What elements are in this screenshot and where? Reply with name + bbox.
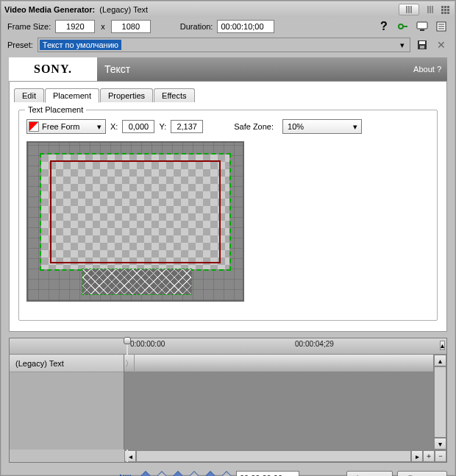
placement-mode-value: Free Form (42, 122, 79, 131)
ruler-time-1: 00:00:04;29 (295, 340, 334, 348)
ruler-time-0: 0:00:00:00 (130, 340, 165, 348)
fade-handle-icon[interactable]: 〉 (124, 355, 135, 372)
playhead[interactable] (124, 338, 130, 355)
y-label: Y: (159, 122, 166, 131)
placement-preview[interactable] (26, 141, 244, 302)
window-title: Video Media Generator: (4, 5, 95, 14)
x-input[interactable] (122, 120, 154, 133)
svg-point-0 (399, 24, 403, 29)
lanes-button[interactable]: Lanes (346, 471, 392, 476)
frame-row: Frame Size: x Duration: ? (1, 18, 455, 35)
kf-add-icon[interactable] (154, 471, 169, 476)
fx-toggle-icon[interactable] (399, 4, 419, 15)
plugin-title: Текст (104, 63, 130, 75)
curves-button[interactable]: Curves (397, 471, 447, 476)
preset-label: Preset: (7, 40, 33, 49)
tab-body: Text Placement Free Form ▾ X: Y: Safe Zo… (9, 102, 447, 332)
help-icon[interactable]: ? (377, 20, 391, 33)
tab-properties[interactable]: Properties (100, 88, 153, 102)
horizontal-scrollbar[interactable] (136, 450, 411, 462)
frame-width-input[interactable] (55, 20, 95, 33)
kf-prev-icon[interactable] (138, 471, 153, 476)
timeline-ruler[interactable]: 0:00:00:00 00:00:04;29 ▴ (10, 338, 446, 355)
text-bbox[interactable] (82, 269, 191, 294)
track-label[interactable]: (Legacy) Text (10, 355, 124, 372)
tab-placement[interactable]: Placement (45, 88, 99, 103)
safezone-dropdown[interactable]: 10% ▾ (282, 119, 362, 134)
scroll-right-icon[interactable]: ▸ (411, 450, 423, 462)
timeline-collapse-icon[interactable]: ▴ (440, 341, 445, 350)
zoom-out-icon[interactable]: ＋ (423, 450, 435, 462)
track-header-column: (Legacy) Text (10, 355, 124, 450)
window-subtitle: (Legacy) Text (99, 5, 148, 14)
preset-value: Текст по умолчанию (40, 40, 121, 50)
preset-row: Preset: Текст по умолчанию ▾ ✕ (1, 35, 455, 54)
delete-preset-icon[interactable]: ✕ (434, 38, 449, 51)
save-preset-icon[interactable] (415, 38, 430, 51)
scroll-up-icon[interactable]: ▴ (434, 355, 446, 366)
x-label: X: (110, 122, 118, 131)
chevron-down-icon: ▾ (351, 122, 360, 132)
timecode-input[interactable]: 00:00:00;00 (236, 471, 299, 476)
about-link[interactable]: About ? (413, 65, 441, 74)
tab-edit[interactable]: Edit (14, 88, 44, 102)
plugin-icon[interactable] (396, 20, 410, 33)
svg-rect-6 (420, 46, 424, 49)
frame-x: x (101, 22, 105, 31)
scroll-down-icon[interactable]: ▾ (434, 438, 446, 450)
fieldset-legend: Text Placement (25, 105, 86, 114)
zoom-in-icon[interactable]: － (435, 450, 446, 462)
svg-rect-1 (417, 22, 427, 29)
vertical-scrollbar[interactable] (434, 366, 446, 438)
sony-logo: SONY. (9, 57, 97, 81)
chevron-down-icon: ▾ (396, 40, 408, 50)
kf-delete-icon[interactable] (219, 471, 234, 476)
safezone-label: Safe Zone: (234, 122, 274, 131)
chevron-down-icon: ▾ (95, 122, 104, 132)
view-list-icon[interactable] (424, 4, 437, 15)
safezone-value: 10% (285, 122, 304, 131)
properties-icon[interactable] (434, 20, 449, 33)
frame-height-input[interactable] (111, 20, 151, 33)
monitor-icon[interactable] (415, 20, 430, 33)
view-grid-icon[interactable] (438, 4, 452, 15)
kf-last-icon[interactable] (203, 471, 218, 476)
titlebar: Video Media Generator: (Legacy) Text (1, 1, 455, 18)
kf-next-icon[interactable] (171, 471, 185, 476)
frame-size-label: Frame Size: (7, 22, 51, 31)
clip[interactable]: 〉 (124, 355, 433, 372)
keyframe-toolbar: I⬚ 00:00:00;00 Lanes Curves (1, 467, 455, 476)
svg-rect-2 (420, 29, 424, 31)
duration-input[interactable] (217, 20, 274, 33)
tabs: Edit Placement Properties Effects (14, 85, 442, 102)
svg-rect-5 (419, 41, 425, 44)
lock-icon[interactable]: I⬚ (119, 472, 132, 476)
track-area[interactable]: 〉 (124, 355, 433, 450)
kf-first-icon[interactable] (187, 471, 202, 476)
timeline: 0:00:00:00 00:00:04;29 ▴ (Legacy) Text 〉… (9, 338, 447, 463)
preset-dropdown[interactable]: Текст по умолчанию ▾ (38, 38, 410, 52)
safezone-box (50, 160, 221, 263)
y-input[interactable] (171, 120, 203, 133)
text-placement-fieldset: Text Placement Free Form ▾ X: Y: Safe Zo… (18, 110, 438, 321)
freeform-icon (29, 121, 39, 132)
plugin-header: SONY. Текст About ? (9, 57, 447, 81)
placement-mode-dropdown[interactable]: Free Form ▾ (26, 119, 106, 134)
tab-effects[interactable]: Effects (154, 88, 194, 102)
duration-label: Duration: (180, 22, 213, 31)
